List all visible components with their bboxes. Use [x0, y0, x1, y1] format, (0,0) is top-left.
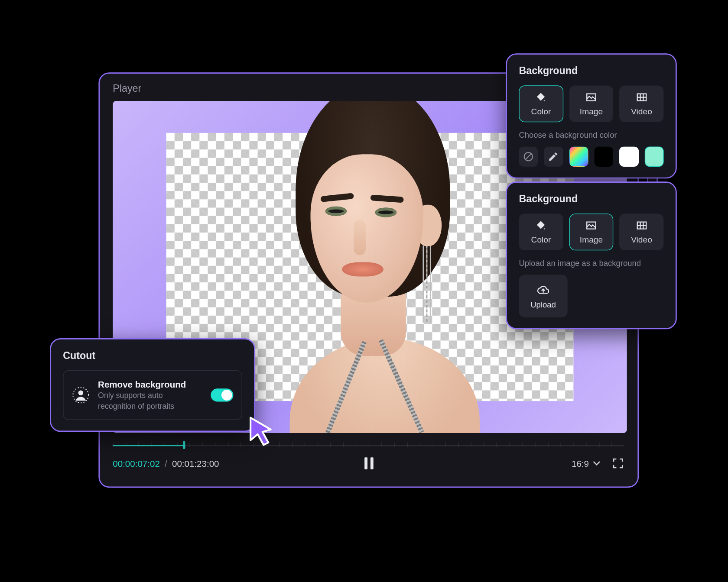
panel-title: Background — [519, 65, 663, 77]
background-panel-image: Background Color Image Video Upload an i… — [506, 181, 677, 329]
pause-button[interactable] — [361, 456, 377, 471]
video-icon — [635, 220, 648, 231]
aspect-ratio-select[interactable]: 16:9 — [572, 458, 601, 468]
image-icon — [585, 91, 598, 103]
tab-video[interactable]: Video — [619, 85, 663, 122]
cursor-icon — [247, 415, 276, 447]
cutout-panel: Cutout Remove background Only supports a… — [50, 338, 255, 432]
time-total: 00:01:23:00 — [172, 458, 219, 468]
person-cutout-icon — [72, 386, 90, 404]
upload-button[interactable]: Upload — [519, 275, 567, 317]
color-swatch-white[interactable] — [619, 146, 638, 167]
panel-title: Background — [519, 194, 663, 205]
color-swatch-mint[interactable] — [644, 146, 663, 167]
chevron-down-icon — [592, 459, 601, 467]
hint-text: Choose a background color — [519, 130, 663, 139]
svg-point-3 — [78, 391, 84, 396]
panel-title: Cutout — [63, 350, 242, 362]
color-picker-swatch[interactable] — [569, 146, 588, 167]
tab-color[interactable]: Color — [519, 213, 563, 250]
timeline[interactable] — [113, 439, 624, 451]
time-display: 00:00:07:02 / 00:01:23:00 — [113, 458, 219, 468]
eyedropper-swatch[interactable] — [544, 146, 563, 167]
paint-bucket-icon — [534, 220, 547, 231]
tab-image[interactable]: Image — [569, 213, 613, 250]
svg-line-1 — [526, 154, 532, 160]
cloud-upload-icon — [536, 283, 550, 296]
no-color-swatch[interactable] — [519, 146, 538, 167]
tab-color[interactable]: Color — [519, 85, 563, 122]
color-swatch-black[interactable] — [594, 146, 613, 167]
none-icon — [523, 151, 534, 162]
fullscreen-button[interactable] — [611, 457, 624, 470]
time-current: 00:00:07:02 — [113, 458, 160, 468]
remove-bg-toggle[interactable] — [211, 388, 233, 401]
tab-video[interactable]: Video — [619, 213, 663, 250]
image-icon — [585, 220, 598, 231]
remove-bg-subtitle: Only supports auto recognition of portra… — [98, 390, 202, 411]
video-icon — [635, 91, 648, 103]
playhead[interactable] — [183, 441, 185, 449]
background-panel-color: Background Color Image Video Choose a ba… — [506, 53, 677, 178]
remove-bg-title: Remove background — [98, 379, 202, 389]
hint-text: Upload an image as a background — [519, 259, 663, 268]
paint-bucket-icon — [534, 91, 547, 103]
eyedropper-icon — [548, 151, 559, 162]
tab-image[interactable]: Image — [569, 85, 613, 122]
remove-bg-row: Remove background Only supports auto rec… — [63, 370, 242, 420]
